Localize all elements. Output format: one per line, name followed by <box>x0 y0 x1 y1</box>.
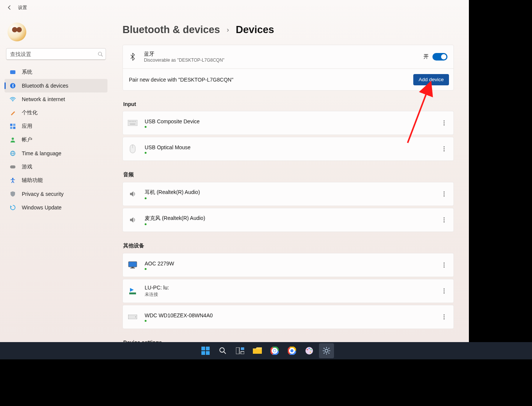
user-avatar[interactable] <box>8 23 26 41</box>
section-input-title: Input <box>123 101 454 107</box>
svg-point-50 <box>444 318 444 319</box>
add-device-button[interactable]: Add device <box>413 74 449 85</box>
person-icon <box>10 137 15 142</box>
svg-rect-4 <box>10 124 12 126</box>
device-more-button[interactable] <box>438 311 450 323</box>
svg-point-45 <box>444 292 444 293</box>
nav-personalization[interactable]: 个性化 <box>5 106 107 120</box>
svg-point-22 <box>444 123 444 123</box>
nav-time-language[interactable]: Time & language <box>5 147 107 160</box>
svg-point-57 <box>220 348 224 352</box>
globe-icon <box>10 151 15 156</box>
svg-point-47 <box>135 317 136 317</box>
nav-list: 系统 Bluetooth & devices Network & interne… <box>4 65 110 214</box>
svg-line-58 <box>224 352 226 354</box>
device-row[interactable]: USB Composite Device <box>122 111 454 135</box>
svg-line-85 <box>328 353 329 353</box>
bluetooth-toggle-row: 蓝牙 Discoverable as "DESKTOP-L7G8CQN" 开 <box>123 45 453 68</box>
svg-rect-5 <box>13 124 15 126</box>
taskbar <box>0 342 532 359</box>
nav-accounts[interactable]: 帐户 <box>5 133 107 147</box>
nav-gaming[interactable]: 游戏 <box>5 160 107 174</box>
hdd-icon <box>127 312 138 322</box>
taskbar-taskview[interactable] <box>233 343 248 358</box>
svg-rect-17 <box>132 121 133 122</box>
svg-marker-41 <box>130 288 134 292</box>
back-button[interactable] <box>3 1 16 14</box>
accessibility-icon <box>10 178 15 183</box>
svg-rect-42 <box>129 292 136 294</box>
mouse-icon <box>127 144 138 154</box>
svg-rect-61 <box>241 351 244 354</box>
svg-rect-62 <box>253 349 262 354</box>
update-icon <box>10 205 15 210</box>
svg-point-21 <box>444 121 444 121</box>
breadcrumb-current: Devices <box>236 24 274 36</box>
nav-accessibility[interactable]: 辅助功能 <box>5 174 107 187</box>
svg-point-13 <box>12 178 14 179</box>
svg-rect-60 <box>241 347 244 350</box>
device-row[interactable]: 麦克风 (Realtek(R) Audio) <box>122 208 454 232</box>
section-device-settings-title: Device settings <box>123 339 454 342</box>
titlebar: 设置 <box>0 0 469 15</box>
speaker-icon <box>127 189 138 199</box>
device-row[interactable]: 耳机 (Realtek(R) Audio) <box>122 182 454 206</box>
nav-bluetooth-devices[interactable]: Bluetooth & devices <box>5 79 107 92</box>
search-input[interactable] <box>10 52 97 57</box>
svg-point-31 <box>444 195 444 196</box>
taskbar-explorer[interactable] <box>250 343 265 358</box>
svg-rect-56 <box>206 351 210 355</box>
svg-rect-59 <box>236 347 239 354</box>
arrow-left-icon <box>6 5 12 11</box>
section-audio-title: 音频 <box>123 171 454 178</box>
device-row[interactable]: LU-PC: lu:未连接 <box>122 279 454 303</box>
bluetooth-toggle[interactable] <box>432 53 447 61</box>
chevron-right-icon: › <box>227 26 229 34</box>
taskbar-search[interactable] <box>215 343 230 358</box>
taskbar-start[interactable] <box>198 343 213 358</box>
nav-network[interactable]: Network & internet <box>5 92 107 106</box>
device-more-button[interactable] <box>438 188 450 200</box>
keyboard-icon <box>127 118 138 128</box>
bluetooth-card: 蓝牙 Discoverable as "DESKTOP-L7G8CQN" 开 P… <box>122 45 454 91</box>
svg-point-44 <box>444 291 444 291</box>
device-more-button[interactable] <box>438 117 450 129</box>
device-row[interactable]: AOC 2279W <box>122 253 454 277</box>
device-row[interactable]: USB Optical Mouse <box>122 137 454 161</box>
taskbar-settings[interactable] <box>319 343 334 358</box>
svg-rect-18 <box>133 121 134 122</box>
taskbar-chrome-2[interactable] <box>284 343 299 358</box>
svg-rect-14 <box>128 120 138 126</box>
device-more-button[interactable] <box>438 285 450 297</box>
device-more-button[interactable] <box>438 142 450 155</box>
nav-system[interactable]: 系统 <box>5 65 107 79</box>
svg-line-1 <box>101 55 103 57</box>
svg-rect-15 <box>129 121 130 122</box>
taskbar-chrome-1[interactable] <box>267 343 282 358</box>
svg-rect-53 <box>201 347 205 350</box>
svg-point-39 <box>444 265 444 265</box>
svg-point-23 <box>444 124 444 125</box>
nav-windows-update[interactable]: Windows Update <box>5 201 107 214</box>
device-row[interactable]: WDC WD10EZEX-08WN4A0 <box>122 305 454 329</box>
svg-rect-55 <box>201 351 205 355</box>
svg-line-84 <box>324 348 325 349</box>
taskbar-paint[interactable] <box>302 343 317 358</box>
breadcrumb-parent[interactable]: Bluetooth & devices <box>122 24 220 36</box>
media-player-icon <box>127 286 138 296</box>
svg-rect-20 <box>130 124 135 124</box>
sidebar: 系统 Bluetooth & devices Network & interne… <box>0 15 111 342</box>
nav-apps[interactable]: 应用 <box>5 120 107 133</box>
nav-privacy[interactable]: Privacy & security <box>5 187 107 201</box>
device-more-button[interactable] <box>438 214 450 226</box>
apps-icon <box>10 124 15 129</box>
svg-point-8 <box>12 138 14 140</box>
search-input-wrap[interactable] <box>6 48 106 60</box>
svg-rect-6 <box>10 127 12 129</box>
wifi-icon <box>10 97 16 102</box>
svg-rect-7 <box>13 127 15 129</box>
svg-point-40 <box>444 267 444 267</box>
window-title: 设置 <box>18 5 27 11</box>
gamepad-icon <box>10 165 16 169</box>
device-more-button[interactable] <box>438 259 450 271</box>
